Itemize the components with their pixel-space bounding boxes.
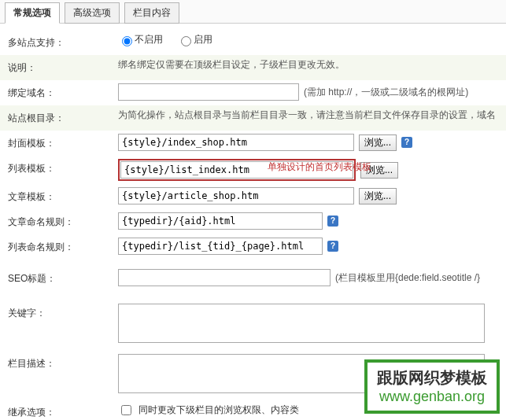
seo-hint: (栏目模板里用{dede:field.seotitle /} — [335, 271, 480, 285]
row-list-tpl: 列表模板： 浏览... 单独设计的首页列表模板 — [0, 156, 506, 184]
keyword-label: 关键字： — [8, 304, 118, 320]
list-tpl-label: 列表模板： — [8, 159, 118, 175]
tab-advanced[interactable]: 高级选项 — [65, 2, 120, 24]
watermark-line1: 跟版网织梦模板 — [377, 367, 487, 388]
row-list-rule: 列表命名规则： ? — [0, 234, 506, 260]
desc-text: 绑名绑定仅需要在顶级栏目设定，子级栏目更改无效。 — [118, 58, 345, 72]
help-icon[interactable]: ? — [401, 137, 412, 148]
domain-input[interactable] — [118, 83, 299, 101]
root-label: 站点根目录： — [8, 109, 118, 125]
multisite-off-text: 不启用 — [135, 33, 163, 46]
seo-input[interactable] — [118, 269, 331, 286]
multisite-off[interactable]: 不启用 — [118, 33, 163, 46]
row-desc: 说明： 绑名绑定仅需要在顶级栏目设定，子级栏目更改无效。 — [0, 55, 506, 80]
row-root: 站点根目录： 为简化操作，站点根目录与当前栏目目录一致，请注意当前栏目文件保存目… — [0, 105, 506, 131]
row-article-rule: 文章命名规则： ? — [0, 209, 506, 234]
list-browse-button[interactable]: 浏览... — [360, 162, 398, 179]
root-text: 为简化操作，站点根目录与当前栏目目录一致，请注意当前栏目文件保存目录的设置，域名 — [118, 109, 496, 122]
tab-content[interactable]: 栏目内容 — [124, 2, 179, 24]
row-article-tpl: 文章模板： 浏览... — [0, 184, 506, 209]
row-keyword: 关键字： — [0, 300, 506, 346]
keyword-textarea[interactable] — [118, 304, 485, 343]
tab-general[interactable]: 常规选项 — [5, 2, 60, 24]
row-multisite: 多站点支持： 不启用 启用 — [0, 30, 506, 55]
inherit-text: 同时更改下级栏目的浏览权限、内容类 — [139, 403, 299, 417]
catdesc-label: 栏目描述： — [8, 354, 118, 370]
list-rule-input[interactable] — [118, 238, 323, 255]
inherit-label: 继承选项： — [8, 403, 118, 419]
article-tpl-input[interactable] — [118, 187, 354, 204]
row-domain: 绑定域名： (需加 http://，一级或二级域名的根网址) — [0, 80, 506, 105]
row-seo: SEO标题： (栏目模板里用{dede:field.seotitle /} — [0, 266, 506, 291]
row-cover-tpl: 封面模板： 浏览... ? — [0, 131, 506, 156]
tab-bar: 常规选项 高级选项 栏目内容 — [0, 0, 506, 24]
list-tpl-input[interactable] — [120, 161, 353, 179]
highlight-box — [118, 159, 356, 181]
inherit-checkbox[interactable] — [121, 405, 131, 415]
desc-label: 说明： — [8, 58, 118, 75]
domain-hint: (需加 http://，一级或二级域名的根网址) — [304, 86, 468, 99]
domain-label: 绑定域名： — [8, 83, 118, 100]
multisite-off-radio[interactable] — [122, 36, 132, 46]
watermark: 跟版网织梦模板 www.genban.org — [364, 359, 500, 414]
multisite-label: 多站点支持： — [8, 33, 118, 50]
article-browse-button[interactable]: 浏览... — [359, 188, 397, 204]
cover-tpl-input[interactable] — [118, 134, 354, 151]
article-rule-input[interactable] — [118, 212, 323, 230]
help-icon[interactable]: ? — [327, 216, 338, 227]
article-rule-label: 文章命名规则： — [8, 212, 118, 229]
cover-browse-button[interactable]: 浏览... — [359, 134, 397, 151]
help-icon[interactable]: ? — [327, 241, 338, 252]
multisite-on-radio[interactable] — [181, 36, 191, 46]
list-rule-label: 列表命名规则： — [8, 238, 118, 254]
watermark-line2: www.genban.org — [377, 388, 487, 406]
multisite-on[interactable]: 启用 — [177, 33, 212, 46]
multisite-on-text: 启用 — [194, 33, 212, 46]
seo-label: SEO标题： — [8, 269, 118, 286]
article-tpl-label: 文章模板： — [8, 187, 118, 204]
cover-tpl-label: 封面模板： — [8, 134, 118, 150]
